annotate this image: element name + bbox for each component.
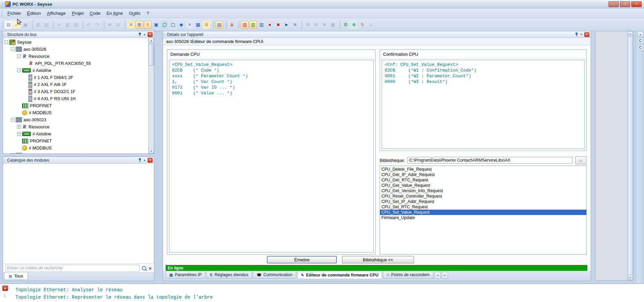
menu-code[interactable]: Code: [87, 9, 103, 17]
global-variables-icon[interactable]: ×: [186, 21, 194, 29]
collapse-icon[interactable]: ▲: [143, 33, 146, 36]
watch-window-icon[interactable]: ▢: [169, 21, 177, 29]
tree-node-modbus[interactable]: # MODBUS: [4, 109, 148, 116]
secondary-panel-scrollbar[interactable]: ▲ ▼: [628, 31, 633, 280]
close-icon[interactable]: ×: [148, 32, 153, 37]
library-item-cpu-delete-file-request[interactable]: CPU_Delete_File_Request: [380, 167, 586, 172]
tree-node-ressource[interactable]: +RRessource: [4, 123, 148, 130]
tree-expander[interactable]: +: [17, 132, 21, 136]
tree-node-4-axl-f-rs-uni-1h[interactable]: # 4 AXL F RS UNI 1H: [4, 95, 148, 102]
menu-projet[interactable]: Projet: [69, 9, 87, 17]
tree-expander[interactable]: -: [17, 54, 21, 58]
tree-expander[interactable]: +: [17, 125, 21, 129]
tree-node-api-pdl-ptr-axc3050-55[interactable]: RAPI_PDL_PTR AXC3050_55: [4, 60, 148, 67]
make-icon[interactable]: ⚙: [342, 21, 350, 29]
menu-fichier[interactable]: Fichier: [4, 9, 24, 17]
tree-node-axc-305026[interactable]: -axc-305026: [4, 46, 148, 53]
collapse-icon[interactable]: ▲: [143, 159, 146, 162]
project-tree-window-icon[interactable]: ▤: [215, 21, 223, 29]
clear-search-icon[interactable]: ×: [149, 266, 152, 271]
tree-node-192-168-1-245[interactable]: +192.168.1.245: [4, 152, 148, 154]
tab-reglages-etendus[interactable]: ERéglages étendus: [206, 271, 252, 278]
network-online-icon[interactable]: ⊕: [350, 21, 358, 29]
menu-help[interactable]: ?: [144, 9, 152, 17]
scroll-up-icon[interactable]: ▲: [637, 32, 643, 37]
navigate-messages-icon[interactable]: ↕: [2, 293, 7, 298]
scrollbar-thumb[interactable]: [628, 37, 633, 275]
open-project-icon[interactable]: ▱: [13, 21, 21, 29]
menu-edition[interactable]: Édition: [24, 9, 44, 17]
library-item-cpu-get-rtc-request[interactable]: CPU_Get_RTC_Request: [380, 177, 586, 183]
menu-affichage[interactable]: Affichage: [44, 9, 69, 17]
maximize-button[interactable]: □: [620, 1, 630, 7]
module-catalog-icon[interactable]: ≣: [203, 21, 210, 29]
tree-node-ressource[interactable]: -RRessource: [4, 53, 148, 60]
scroll-down-icon[interactable]: ▼: [149, 148, 154, 154]
tree-node-axioline[interactable]: -AXIO# Axioline: [4, 67, 148, 74]
tab-points-de-raccordem[interactable]: ∷Points de raccordem: [383, 271, 433, 278]
step-over-icon[interactable]: ►: [283, 21, 290, 29]
tree-node-modbus[interactable]: # MODBUS: [4, 144, 148, 152]
module-search-input[interactable]: [5, 265, 140, 272]
library-path-input[interactable]: [408, 157, 573, 164]
collapsed-panel-tab[interactable]: C: [637, 44, 643, 50]
tree-node-profinet[interactable]: PROFINET: [4, 102, 148, 109]
error-marker-icon[interactable]: ×: [2, 286, 8, 291]
tab-scroll-left-icon[interactable]: ◄: [434, 272, 441, 279]
message-window-icon[interactable]: ≡: [127, 21, 135, 29]
library-item-firmware-update[interactable]: Firmware_Update: [380, 215, 586, 220]
collapse-icon[interactable]: ▼: [580, 33, 583, 36]
tree-node-profinet[interactable]: PROFINET: [4, 137, 148, 144]
tree-node-axc-305023[interactable]: -axc-305023: [4, 116, 148, 123]
tree-node-3-axl-f-do32-1-1f[interactable]: # 3 AXL F DO32/1 1F: [4, 88, 148, 95]
tab-scroll-right-icon[interactable]: ►: [442, 272, 448, 279]
project-download-icon[interactable]: ↯: [359, 21, 366, 29]
close-button[interactable]: ×: [631, 1, 642, 7]
tab-editeur-de-commande-firmware-cpu[interactable]: ✎Editeur de commande firmware CPU: [297, 271, 382, 279]
tab-communication[interactable]: ☎Communication: [253, 271, 296, 278]
monitoring-mode-icon[interactable]: ▥: [249, 21, 257, 29]
tree-expander[interactable]: +: [11, 153, 14, 154]
pin-icon[interactable]: [575, 32, 578, 37]
device-details-window-icon[interactable]: ▣: [152, 21, 160, 29]
library-item-cpu-get-ip-addr-request[interactable]: CPU_Get_IP_Addr_Request: [380, 172, 586, 177]
library-item-cpu-reset-controller-request[interactable]: CPU_Reset_Controller_Request: [380, 193, 586, 199]
pin-icon[interactable]: [138, 32, 142, 37]
library-item-cpu-get-version-info-request[interactable]: CPU_Get_Version_Info_Request: [380, 188, 586, 193]
browse-folder-icon[interactable]: ▱: [575, 156, 587, 164]
scrollbar-thumb[interactable]: [149, 44, 154, 66]
emit-button[interactable]: Émettre: [267, 256, 337, 263]
new-file-icon[interactable]: ▤: [5, 21, 12, 29]
code-editor-window-icon[interactable]: ↯: [144, 21, 152, 29]
tree-expander[interactable]: -: [17, 69, 21, 72]
tree-node-seysse[interactable]: -Seysse: [4, 39, 148, 46]
tree-expander[interactable]: -: [4, 40, 8, 44]
library-item-cpu-set-rtc-request[interactable]: CPU_Set_RTC_Request: [380, 204, 586, 210]
tab-parametres-ip[interactable]: ▦Paramètres IP: [166, 271, 205, 278]
monitor-window-icon[interactable]: ▢: [161, 21, 168, 29]
scroll-up-icon[interactable]: ▲: [628, 31, 633, 36]
login-user-icon[interactable]: ♟: [228, 21, 236, 29]
bus-structure-window-icon[interactable]: ⊞: [136, 21, 143, 29]
tree-node-axioline[interactable]: +AXIO# Axioline: [4, 130, 148, 137]
search-icon[interactable]: [142, 266, 146, 270]
tree-expander[interactable]: -: [11, 47, 14, 51]
minimize-button[interactable]: –: [608, 1, 619, 7]
cross-reference-icon[interactable]: ◆: [177, 21, 185, 29]
breakpoints-icon[interactable]: ●: [266, 21, 274, 29]
scroll-up-icon[interactable]: ▲: [149, 38, 154, 43]
bus-tree-scrollbar[interactable]: ▲ ▼: [148, 38, 154, 154]
library-item-cpu-set-value-request[interactable]: CPU_Set_Value_Request: [380, 210, 586, 215]
stop-icon[interactable]: ■: [274, 21, 282, 29]
library-item-cpu-set-ip-addr-request[interactable]: CPU_Set_IP_Addr_Request: [380, 199, 586, 204]
close-icon[interactable]: ×: [148, 158, 153, 163]
menu-en-ligne[interactable]: En ligne: [103, 9, 126, 17]
request-text[interactable]: <CPU_Set_Value_Request> 02CB (* Code *) …: [169, 60, 374, 253]
library-toggle-button[interactable]: Bibliothèque <<: [342, 256, 414, 263]
tree-node-1-axl-f-di64-1-2f[interactable]: # 1 AXL F DI64/1 2F: [4, 74, 148, 81]
tree-expander[interactable]: -: [11, 118, 14, 122]
scroll-down-icon[interactable]: ▼: [628, 275, 633, 280]
menu-outils[interactable]: Outils: [126, 9, 144, 17]
tab-tous[interactable]: ▦ Tous: [4, 273, 28, 280]
data-table-icon[interactable]: ▦: [194, 21, 202, 29]
